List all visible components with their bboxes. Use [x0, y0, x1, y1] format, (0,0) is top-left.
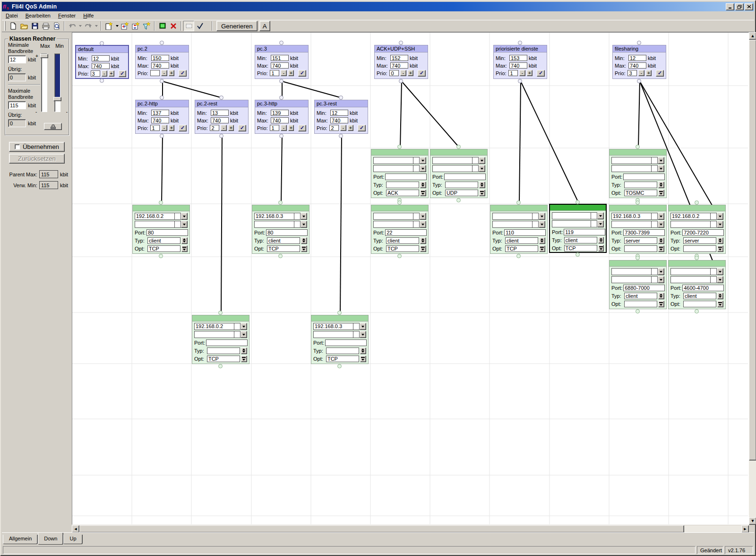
- connector-bottom[interactable]: [160, 79, 164, 83]
- opt-input[interactable]: [386, 190, 419, 196]
- grid-toggle-button[interactable]: [183, 21, 194, 31]
- connector-top[interactable]: [518, 41, 522, 45]
- max-kbit-input[interactable]: [271, 117, 289, 123]
- prio-plus-button[interactable]: +: [228, 125, 234, 131]
- class-node[interactable]: pc.2-http Min: kbit Max: kbit Prio: - + …: [135, 100, 189, 134]
- min-kbit-input[interactable]: [628, 55, 646, 61]
- ip-combo[interactable]: [432, 157, 485, 164]
- ip2-combo[interactable]: [194, 331, 247, 338]
- ip-combo[interactable]: [670, 268, 723, 275]
- diagram-canvas[interactable]: default Min: kbit Max: kbit Prio: - + ✓: [72, 32, 749, 525]
- typ-spinner[interactable]: [241, 348, 247, 354]
- redo-button[interactable]: [83, 21, 94, 31]
- min-kbit-input[interactable]: [271, 110, 289, 116]
- ip-combo[interactable]: [552, 212, 604, 219]
- apply-check-button[interactable]: ✓: [298, 125, 306, 131]
- prio-input[interactable]: [150, 125, 160, 131]
- typ-input[interactable]: [624, 182, 657, 188]
- port-input[interactable]: [682, 285, 724, 291]
- connector-top[interactable]: [397, 200, 402, 205]
- port-input[interactable]: [146, 229, 188, 236]
- connector-bottom[interactable]: [279, 79, 284, 83]
- scroll-down-button[interactable]: ▼: [749, 517, 756, 525]
- undo-dropdown[interactable]: [77, 21, 83, 31]
- filter-box[interactable]: Port: Typ: Opt:: [609, 260, 667, 309]
- max-kbit-input[interactable]: [211, 117, 229, 123]
- apply-check-button[interactable]: ✓: [179, 70, 187, 77]
- max-kbit-input[interactable]: [151, 117, 169, 123]
- prio-plus-button[interactable]: +: [408, 70, 413, 76]
- ip2-combo[interactable]: [432, 165, 485, 172]
- opt-input[interactable]: [683, 245, 716, 252]
- add-filter-button[interactable]: [141, 21, 152, 31]
- dropdown-arrow-icon[interactable]: [301, 221, 307, 228]
- typ-spinner[interactable]: [658, 182, 664, 188]
- scroll-left-button[interactable]: ◀: [72, 525, 79, 533]
- connector-bottom[interactable]: [695, 309, 699, 313]
- typ-input[interactable]: [683, 237, 716, 244]
- min-kbit-input[interactable]: [390, 55, 408, 61]
- dropdown-arrow-icon[interactable]: [658, 268, 664, 275]
- prio-input[interactable]: [270, 125, 279, 131]
- connector-bottom[interactable]: [339, 134, 343, 138]
- filter-box[interactable]: Port: Typ: Opt:: [430, 149, 488, 198]
- tab-up[interactable]: Up: [63, 535, 82, 544]
- max-bandbreite-input[interactable]: [8, 101, 26, 109]
- class-node[interactable]: pc.3 Min: kbit Max: kbit Prio: - + ✓: [255, 45, 309, 79]
- typ-spinner[interactable]: [420, 182, 426, 188]
- class-node[interactable]: default Min: kbit Max: kbit Prio: - + ✓: [75, 45, 129, 79]
- dropdown-arrow-icon[interactable]: [597, 220, 604, 227]
- connector-bottom[interactable]: [100, 78, 104, 83]
- dropdown-arrow-icon[interactable]: [717, 276, 723, 283]
- opt-dropdown[interactable]: [539, 245, 545, 252]
- dropdown-arrow-icon[interactable]: [241, 323, 247, 330]
- class-node[interactable]: ACK+UDP+SSH Min: kbit Max: kbit Prio: - …: [374, 45, 428, 79]
- typ-input[interactable]: [147, 237, 180, 244]
- min-slider-thumb[interactable]: [53, 97, 61, 101]
- ip2-combo[interactable]: [373, 165, 426, 172]
- min-kbit-input[interactable]: [92, 55, 110, 61]
- menu-hilfe[interactable]: Hilfe: [79, 12, 97, 19]
- filter-box[interactable]: 192.168.0.3 Port: Typ: Opt:: [252, 205, 309, 254]
- zuruecksetzen-button[interactable]: Zurücksetzen: [9, 154, 65, 164]
- opt-input[interactable]: [624, 245, 657, 252]
- opt-input[interactable]: [624, 301, 657, 307]
- connector-bottom[interactable]: [279, 134, 284, 138]
- opt-input[interactable]: [505, 245, 538, 252]
- apply-check-button[interactable]: ✓: [119, 70, 127, 77]
- connector-top[interactable]: [636, 256, 640, 260]
- opt-dropdown[interactable]: [360, 356, 366, 362]
- connector-bottom[interactable]: [218, 364, 223, 368]
- port-input[interactable]: [206, 339, 248, 346]
- connector-top[interactable]: [636, 200, 640, 205]
- prio-minus-button[interactable]: -: [281, 125, 286, 131]
- opt-input[interactable]: [147, 245, 180, 252]
- ip-combo[interactable]: [492, 213, 545, 220]
- prio-plus-button[interactable]: +: [169, 125, 174, 131]
- ip2-combo[interactable]: [611, 276, 664, 283]
- dropdown-arrow-icon[interactable]: [360, 331, 366, 338]
- port-input[interactable]: [385, 174, 427, 180]
- prio-minus-button[interactable]: -: [161, 125, 167, 131]
- scroll-up-button[interactable]: ▲: [749, 32, 756, 40]
- connector-top[interactable]: [397, 145, 402, 149]
- prio-minus-button[interactable]: -: [221, 125, 226, 131]
- typ-spinner[interactable]: [717, 237, 723, 244]
- min-slider[interactable]: [53, 53, 62, 115]
- prio-input[interactable]: [329, 125, 339, 131]
- filter-box[interactable]: Port: Typ: Opt:: [609, 149, 667, 198]
- prio-plus-button[interactable]: +: [646, 70, 652, 76]
- a-button[interactable]: A: [259, 21, 270, 31]
- connector-bottom[interactable]: [456, 198, 461, 202]
- connector-bottom[interactable]: [399, 79, 403, 83]
- max-kbit-input[interactable]: [92, 63, 110, 69]
- max-slider-thumb[interactable]: [40, 54, 48, 58]
- connector-top[interactable]: [160, 41, 164, 45]
- port-input[interactable]: [444, 174, 486, 180]
- opt-input[interactable]: [326, 356, 359, 362]
- opt-input[interactable]: [564, 245, 597, 252]
- connector-top[interactable]: [160, 96, 164, 100]
- filter-box[interactable]: Port: Typ: Opt:: [549, 204, 607, 253]
- typ-input[interactable]: [326, 348, 359, 354]
- connector-top[interactable]: [456, 145, 461, 149]
